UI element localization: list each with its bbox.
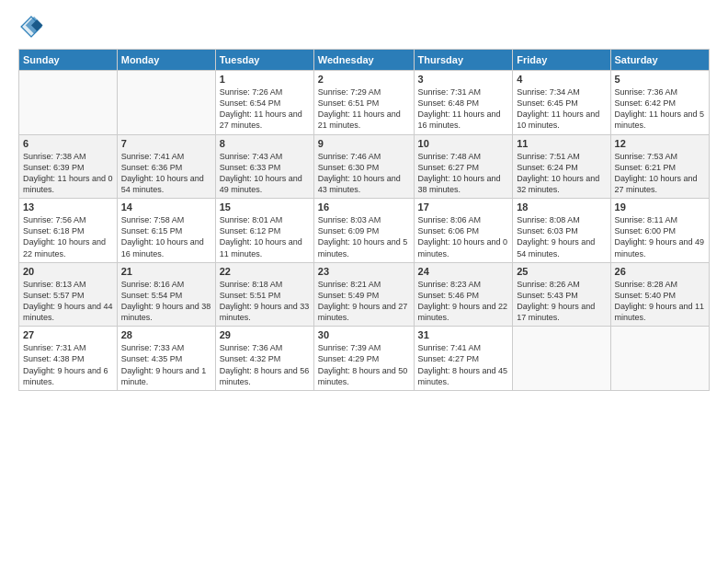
day-info: Sunrise: 8:18 AM Sunset: 5:51 PM Dayligh… (220, 279, 310, 324)
calendar-cell: 3Sunrise: 7:31 AM Sunset: 6:48 PM Daylig… (414, 71, 513, 135)
day-number: 14 (121, 201, 211, 213)
day-number: 2 (318, 74, 410, 85)
calendar-cell (19, 71, 118, 135)
calendar-cell: 4Sunrise: 7:34 AM Sunset: 6:45 PM Daylig… (513, 71, 610, 135)
day-number: 15 (220, 201, 310, 213)
day-info: Sunrise: 7:38 AM Sunset: 6:39 PM Dayligh… (23, 151, 113, 196)
calendar-cell: 7Sunrise: 7:41 AM Sunset: 6:36 PM Daylig… (117, 134, 215, 199)
calendar-cell: 17Sunrise: 8:06 AM Sunset: 6:06 PM Dayli… (414, 199, 513, 263)
calendar-cell: 20Sunrise: 8:13 AM Sunset: 5:57 PM Dayli… (19, 262, 118, 327)
day-number: 27 (23, 329, 113, 340)
calendar-cell: 19Sunrise: 8:11 AM Sunset: 6:00 PM Dayli… (610, 199, 709, 263)
day-info: Sunrise: 7:41 AM Sunset: 6:36 PM Dayligh… (121, 151, 211, 196)
calendar-cell: 30Sunrise: 7:39 AM Sunset: 4:29 PM Dayli… (313, 327, 414, 391)
day-info: Sunrise: 7:58 AM Sunset: 6:15 PM Dayligh… (121, 214, 211, 259)
calendar-cell: 10Sunrise: 7:48 AM Sunset: 6:27 PM Dayli… (414, 134, 513, 199)
day-info: Sunrise: 8:06 AM Sunset: 6:06 PM Dayligh… (418, 214, 509, 259)
calendar-week-row: 27Sunrise: 7:31 AM Sunset: 4:38 PM Dayli… (19, 327, 710, 391)
calendar-cell: 26Sunrise: 8:28 AM Sunset: 5:40 PM Dayli… (610, 262, 709, 327)
calendar-cell: 29Sunrise: 7:36 AM Sunset: 4:32 PM Dayli… (215, 327, 313, 391)
day-info: Sunrise: 8:11 AM Sunset: 6:00 PM Dayligh… (615, 214, 705, 259)
calendar-cell: 23Sunrise: 8:21 AM Sunset: 5:49 PM Dayli… (313, 262, 414, 327)
day-number: 6 (23, 138, 113, 149)
calendar-cell: 11Sunrise: 7:51 AM Sunset: 6:24 PM Dayli… (513, 134, 610, 199)
col-thursday: Thursday (414, 50, 513, 71)
col-sunday: Sunday (19, 50, 118, 71)
calendar-cell: 2Sunrise: 7:29 AM Sunset: 6:51 PM Daylig… (313, 71, 414, 135)
calendar-cell: 14Sunrise: 7:58 AM Sunset: 6:15 PM Dayli… (117, 199, 215, 263)
col-wednesday: Wednesday (313, 50, 414, 71)
day-info: Sunrise: 8:08 AM Sunset: 6:03 PM Dayligh… (517, 214, 606, 259)
logo (18, 14, 46, 40)
day-number: 19 (615, 201, 705, 213)
day-info: Sunrise: 8:03 AM Sunset: 6:09 PM Dayligh… (318, 214, 410, 259)
calendar-cell: 21Sunrise: 8:16 AM Sunset: 5:54 PM Dayli… (117, 262, 215, 327)
day-number: 20 (23, 266, 113, 277)
calendar-header-row: Sunday Monday Tuesday Wednesday Thursday… (19, 50, 710, 71)
calendar-cell (610, 327, 709, 391)
day-info: Sunrise: 7:36 AM Sunset: 6:42 PM Dayligh… (615, 86, 705, 132)
day-number: 7 (121, 138, 211, 149)
day-info: Sunrise: 8:28 AM Sunset: 5:40 PM Dayligh… (615, 279, 705, 324)
day-info: Sunrise: 8:23 AM Sunset: 5:46 PM Dayligh… (418, 279, 509, 324)
calendar-cell: 8Sunrise: 7:43 AM Sunset: 6:33 PM Daylig… (215, 134, 313, 199)
col-tuesday: Tuesday (215, 50, 313, 71)
day-info: Sunrise: 7:51 AM Sunset: 6:24 PM Dayligh… (517, 151, 606, 196)
day-info: Sunrise: 7:34 AM Sunset: 6:45 PM Dayligh… (517, 86, 606, 132)
calendar-table: Sunday Monday Tuesday Wednesday Thursday… (18, 49, 710, 391)
day-number: 21 (121, 266, 211, 277)
day-number: 25 (517, 266, 606, 277)
calendar-cell: 5Sunrise: 7:36 AM Sunset: 6:42 PM Daylig… (610, 71, 709, 135)
calendar-cell: 27Sunrise: 7:31 AM Sunset: 4:38 PM Dayli… (19, 327, 118, 391)
day-number: 30 (318, 329, 410, 340)
calendar-cell (513, 327, 610, 391)
day-number: 10 (418, 138, 509, 149)
calendar-cell: 22Sunrise: 8:18 AM Sunset: 5:51 PM Dayli… (215, 262, 313, 327)
col-monday: Monday (117, 50, 215, 71)
day-info: Sunrise: 7:53 AM Sunset: 6:21 PM Dayligh… (615, 151, 705, 196)
day-number: 18 (517, 201, 606, 213)
calendar-week-row: 20Sunrise: 8:13 AM Sunset: 5:57 PM Dayli… (19, 262, 710, 327)
day-info: Sunrise: 7:33 AM Sunset: 4:35 PM Dayligh… (121, 342, 211, 387)
calendar-week-row: 1Sunrise: 7:26 AM Sunset: 6:54 PM Daylig… (19, 71, 710, 135)
calendar-cell: 28Sunrise: 7:33 AM Sunset: 4:35 PM Dayli… (117, 327, 215, 391)
calendar-cell: 1Sunrise: 7:26 AM Sunset: 6:54 PM Daylig… (215, 71, 313, 135)
day-number: 23 (318, 266, 410, 277)
day-number: 11 (517, 138, 606, 149)
day-info: Sunrise: 8:13 AM Sunset: 5:57 PM Dayligh… (23, 279, 113, 324)
day-info: Sunrise: 7:31 AM Sunset: 6:48 PM Dayligh… (418, 86, 509, 132)
day-info: Sunrise: 7:31 AM Sunset: 4:38 PM Dayligh… (23, 342, 113, 387)
day-info: Sunrise: 7:43 AM Sunset: 6:33 PM Dayligh… (220, 151, 310, 196)
calendar-cell: 6Sunrise: 7:38 AM Sunset: 6:39 PM Daylig… (19, 134, 118, 199)
day-info: Sunrise: 8:16 AM Sunset: 5:54 PM Dayligh… (121, 279, 211, 324)
calendar-cell: 24Sunrise: 8:23 AM Sunset: 5:46 PM Dayli… (414, 262, 513, 327)
calendar-cell: 31Sunrise: 7:41 AM Sunset: 4:27 PM Dayli… (414, 327, 513, 391)
day-number: 29 (220, 329, 310, 340)
day-number: 1 (220, 74, 310, 85)
col-friday: Friday (513, 50, 610, 71)
day-info: Sunrise: 7:39 AM Sunset: 4:29 PM Dayligh… (318, 342, 410, 387)
day-number: 24 (418, 266, 509, 277)
calendar-week-row: 13Sunrise: 7:56 AM Sunset: 6:18 PM Dayli… (19, 199, 710, 263)
day-number: 3 (418, 74, 509, 85)
day-number: 4 (517, 74, 606, 85)
day-number: 26 (615, 266, 705, 277)
page-header (18, 14, 710, 40)
day-info: Sunrise: 7:56 AM Sunset: 6:18 PM Dayligh… (23, 214, 113, 259)
calendar-cell: 16Sunrise: 8:03 AM Sunset: 6:09 PM Dayli… (313, 199, 414, 263)
day-info: Sunrise: 7:41 AM Sunset: 4:27 PM Dayligh… (418, 342, 509, 387)
calendar-cell: 18Sunrise: 8:08 AM Sunset: 6:03 PM Dayli… (513, 199, 610, 263)
day-info: Sunrise: 7:26 AM Sunset: 6:54 PM Dayligh… (220, 86, 310, 132)
day-number: 12 (615, 138, 705, 149)
calendar-cell: 12Sunrise: 7:53 AM Sunset: 6:21 PM Dayli… (610, 134, 709, 199)
day-info: Sunrise: 7:29 AM Sunset: 6:51 PM Dayligh… (318, 86, 410, 132)
day-number: 31 (418, 329, 509, 340)
day-info: Sunrise: 7:48 AM Sunset: 6:27 PM Dayligh… (418, 151, 509, 196)
day-number: 17 (418, 201, 509, 213)
day-number: 5 (615, 74, 705, 85)
day-info: Sunrise: 8:21 AM Sunset: 5:49 PM Dayligh… (318, 279, 410, 324)
day-number: 9 (318, 138, 410, 149)
col-saturday: Saturday (610, 50, 709, 71)
calendar-cell (117, 71, 215, 135)
day-info: Sunrise: 7:36 AM Sunset: 4:32 PM Dayligh… (220, 342, 310, 387)
